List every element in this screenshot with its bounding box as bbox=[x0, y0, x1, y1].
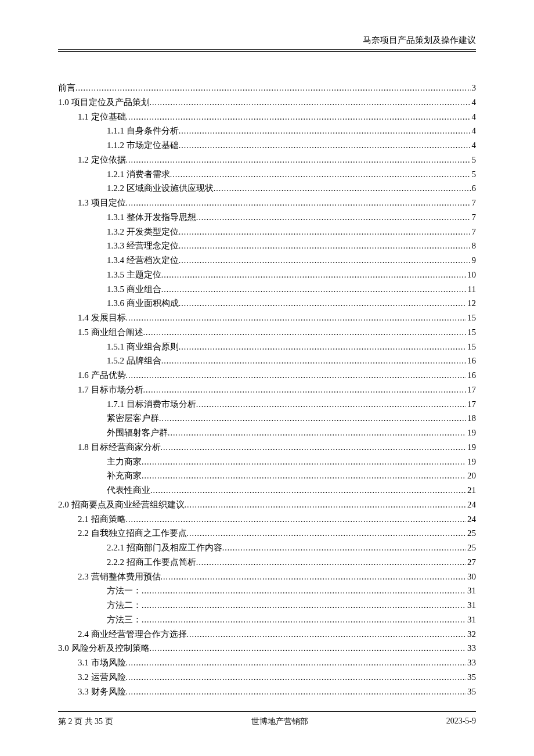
toc-page-number: 4 bbox=[471, 138, 477, 153]
toc-entry: 2.2.2 招商工作要点简析27 bbox=[58, 555, 476, 570]
toc-page-number: 10 bbox=[466, 268, 476, 282]
toc-label: 2.3 营销整体费用预估 bbox=[78, 570, 161, 584]
toc-page-number: 25 bbox=[466, 541, 476, 555]
toc-entry: 1.5 商业组合阐述15 bbox=[58, 325, 476, 340]
toc-entry: 1.3.2 开发类型定位7 bbox=[58, 225, 476, 239]
toc-leader-dots bbox=[196, 211, 471, 224]
toc-entry: 1.3.5 商业组合11 bbox=[58, 282, 476, 297]
toc-label: 1.6 产品优势 bbox=[78, 368, 126, 383]
toc-page-number: 12 bbox=[466, 296, 476, 311]
toc-page-number: 5 bbox=[471, 167, 477, 182]
toc-label: 1.3.3 经营理念定位 bbox=[107, 239, 179, 253]
toc-page-number: 15 bbox=[466, 340, 476, 354]
toc-leader-dots bbox=[179, 225, 471, 239]
toc-page-number: 18 bbox=[466, 411, 476, 426]
toc-leader-dots bbox=[159, 412, 466, 425]
toc-leader-dots bbox=[126, 110, 471, 124]
toc-entry: 1.7 目标市场分析17 bbox=[58, 383, 476, 397]
toc-label: 2.4 商业经营管理合作方选择 bbox=[78, 627, 187, 642]
toc-label: 3.3 财务风险 bbox=[78, 685, 126, 699]
toc-entry: 2.2.1 招商部门及相应工作内容25 bbox=[58, 541, 476, 555]
toc-label: 方法三： bbox=[107, 613, 142, 627]
toc-label: 2.0 招商要点及商业经营组织建议 bbox=[58, 498, 185, 512]
toc-page-number: 32 bbox=[466, 627, 476, 642]
toc-leader-dots bbox=[161, 268, 466, 282]
toc-label: 1.8 目标经营商家分析 bbox=[78, 440, 161, 455]
toc-entry: 2.4 商业经营管理合作方选择32 bbox=[58, 627, 476, 642]
toc-page-number: 7 bbox=[471, 210, 477, 225]
toc-entry: 1.7.1 目标消费市场分析17 bbox=[58, 397, 476, 412]
toc-entry: 1.1 定位基础4 bbox=[58, 110, 476, 124]
toc-entry: 前言3 bbox=[58, 81, 476, 95]
toc-label: 1.3.1 整体开发指导思想 bbox=[107, 210, 196, 225]
toc-leader-dots bbox=[150, 642, 467, 655]
toc-leader-dots bbox=[126, 196, 471, 210]
toc-entry: 1.2 定位依据5 bbox=[58, 153, 476, 167]
toc-entry: 1.6 产品优势16 bbox=[58, 368, 476, 383]
toc-page-number: 15 bbox=[466, 325, 476, 340]
toc-page-number: 17 bbox=[466, 383, 476, 397]
toc-leader-dots bbox=[214, 182, 471, 195]
toc-page-number: 31 bbox=[466, 584, 476, 598]
toc-page-number: 11 bbox=[467, 282, 476, 297]
toc-label: 代表性商业 bbox=[107, 483, 150, 498]
toc-page-number: 6 bbox=[471, 181, 477, 196]
toc-entry: 3.0 风险分析及控制策略33 bbox=[58, 641, 476, 656]
toc-label: 1.3.5 商业组合 bbox=[107, 282, 161, 297]
toc-label: 1.1.2 市场定位基础 bbox=[107, 138, 179, 153]
toc-leader-dots bbox=[179, 239, 471, 253]
document-page: 马奈项目产品策划及操作建议 前言31.0 项目定位及产品策划41.1 定位基础4… bbox=[0, 0, 534, 756]
toc-label: 3.2 运营风险 bbox=[78, 670, 126, 685]
toc-entry: 3.1 市场风险33 bbox=[58, 656, 476, 670]
toc-entry: 1.5.2 品牌组合16 bbox=[58, 354, 476, 368]
toc-page-number: 35 bbox=[466, 670, 476, 685]
toc-page-number: 35 bbox=[466, 685, 476, 699]
toc-page-number: 5 bbox=[471, 153, 477, 167]
toc-entry: 1.2.1 消费者需求5 bbox=[58, 167, 476, 182]
toc-page-number: 30 bbox=[466, 570, 476, 584]
toc-entry: 1.0 项目定位及产品策划4 bbox=[58, 95, 476, 110]
toc-page-number: 19 bbox=[466, 440, 476, 455]
toc-page-number: 4 bbox=[471, 124, 477, 138]
toc-page-number: 4 bbox=[471, 95, 477, 110]
toc-label: 1.7.1 目标消费市场分析 bbox=[107, 397, 196, 412]
toc-entry: 外围辐射客户群19 bbox=[58, 426, 476, 440]
toc-label: 1.4 发展目标 bbox=[78, 311, 126, 325]
toc-leader-dots bbox=[142, 469, 466, 483]
toc-page-number: 8 bbox=[471, 239, 477, 253]
toc-entry: 3.2 运营风险35 bbox=[58, 670, 476, 685]
toc-entry: 2.2 自我独立招商之工作要点25 bbox=[58, 526, 476, 541]
toc-page-number: 25 bbox=[466, 526, 476, 541]
toc-leader-dots bbox=[179, 254, 471, 267]
toc-leader-dots bbox=[75, 81, 471, 95]
toc-label: 方法二： bbox=[107, 598, 142, 613]
toc-label: 前言 bbox=[58, 81, 75, 95]
toc-entry: 2.3 营销整体费用预估30 bbox=[58, 570, 476, 584]
toc-entry: 1.3.1 整体开发指导思想7 bbox=[58, 210, 476, 225]
toc-label: 外围辐射客户群 bbox=[107, 426, 168, 440]
toc-leader-dots bbox=[126, 656, 467, 669]
toc-label: 方法一： bbox=[107, 584, 142, 598]
toc-leader-dots bbox=[185, 498, 467, 512]
toc-label: 1.5.2 品牌组合 bbox=[107, 354, 161, 368]
toc-label: 1.5.1 商业组合原则 bbox=[107, 340, 179, 354]
toc-page-number: 19 bbox=[466, 426, 476, 440]
toc-leader-dots bbox=[168, 426, 466, 440]
toc-label: 2.1 招商策略 bbox=[78, 512, 126, 527]
toc-leader-dots bbox=[161, 283, 467, 296]
toc-leader-dots bbox=[196, 398, 466, 411]
toc-leader-dots bbox=[126, 685, 467, 699]
toc-entry: 1.3.5 主题定位10 bbox=[58, 268, 476, 282]
toc-label: 1.2.1 消费者需求 bbox=[107, 167, 170, 182]
toc-page-number: 4 bbox=[471, 110, 477, 124]
toc-label: 2.2.2 招商工作要点简析 bbox=[107, 555, 196, 570]
toc-entry: 1.4 发展目标15 bbox=[58, 311, 476, 325]
toc-page-number: 17 bbox=[466, 397, 476, 412]
footer-date: 2023-5-9 bbox=[446, 717, 476, 727]
toc-label: 1.3.5 主题定位 bbox=[107, 268, 161, 282]
toc-page-number: 15 bbox=[466, 311, 476, 325]
toc-leader-dots bbox=[143, 383, 467, 397]
toc-label: 补充商家 bbox=[107, 469, 142, 483]
toc-leader-dots bbox=[150, 96, 471, 109]
toc-label: 3.0 风险分析及控制策略 bbox=[58, 641, 150, 656]
